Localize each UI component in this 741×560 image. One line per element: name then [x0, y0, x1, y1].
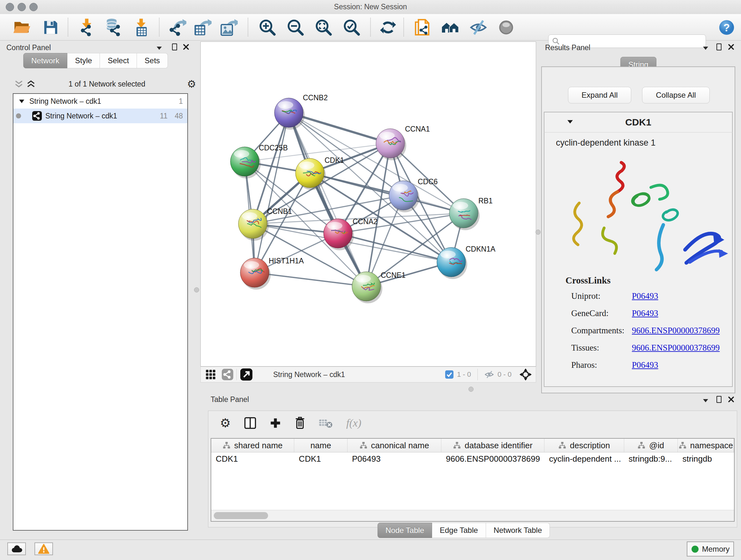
- network-canvas[interactable]: CCNB2CCNA1CDC25BCDK1CDC6RB1CCNB1CCNA2CDK…: [200, 42, 536, 367]
- results-panel-close-button[interactable]: [727, 43, 735, 51]
- column-header-name[interactable]: name: [294, 439, 347, 452]
- hidden-node-edge-count: 0 - 0: [497, 370, 512, 379]
- column-header-shared-name[interactable]: shared name: [211, 439, 294, 452]
- export-table-button[interactable]: [193, 18, 212, 37]
- edge-HIST1H1A-CCNE1[interactable]: [255, 273, 366, 287]
- results-panel-menu-button[interactable]: [701, 44, 710, 52]
- crosslink-value-link[interactable]: 9606.ENSP00000378699: [632, 326, 720, 335]
- first-neighbors-button[interactable]: [441, 18, 460, 37]
- network-node-ccna1[interactable]: [376, 129, 406, 160]
- tab-sets[interactable]: Sets: [137, 53, 168, 68]
- network-collection-row[interactable]: String Network – cdk1 1: [13, 94, 187, 109]
- cloud-sync-button[interactable]: [7, 543, 26, 555]
- table-cell[interactable]: P06493: [347, 452, 441, 465]
- selected-checkbox-icon[interactable]: [445, 370, 454, 379]
- table-cell[interactable]: cyclin-dependent ...: [544, 452, 624, 465]
- results-panel-float-button[interactable]: [715, 43, 723, 51]
- collapse-all-icon[interactable]: [14, 80, 23, 89]
- tab-edge-table[interactable]: Edge Table: [432, 523, 486, 538]
- zoom-in-button[interactable]: [258, 18, 277, 37]
- crosslink-label: Compartments:: [571, 326, 632, 335]
- table-header-row: shared namenamecanonical namedatabase id…: [211, 439, 734, 452]
- collapse-all-button[interactable]: Collapse All: [642, 87, 710, 104]
- import-table-file-button[interactable]: [132, 18, 151, 37]
- column-header-description[interactable]: description: [544, 439, 624, 452]
- network-node-ccnb2[interactable]: [274, 98, 305, 130]
- tab-node-table[interactable]: Node Table: [378, 523, 432, 538]
- tab-style[interactable]: Style: [67, 53, 100, 68]
- table-cell[interactable]: stringdb:9...: [624, 452, 678, 465]
- table-panel-menu-button[interactable]: [701, 396, 710, 405]
- cloud-icon: [10, 545, 23, 553]
- left-splitter-grip[interactable]: [194, 287, 199, 293]
- string-file-import-button[interactable]: [414, 18, 432, 37]
- expand-all-button[interactable]: Expand All: [568, 87, 631, 104]
- refresh-view-button[interactable]: [379, 18, 397, 37]
- right-splitter-grip[interactable]: [536, 230, 541, 235]
- open-view-window-icon[interactable]: [240, 368, 253, 381]
- zoom-selected-icon: [343, 18, 360, 37]
- tab-network[interactable]: Network: [23, 53, 67, 68]
- network-view-icon[interactable]: [222, 369, 233, 380]
- export-network-button[interactable]: [168, 18, 186, 37]
- save-session-button[interactable]: [42, 18, 60, 37]
- table-cell[interactable]: CDK1: [294, 452, 347, 465]
- table-settings-gear-icon[interactable]: ⚙: [220, 416, 231, 430]
- control-panel-menu-button[interactable]: [155, 44, 163, 52]
- edge-CCNB2-HIST1H1A[interactable]: [255, 113, 289, 273]
- network-node-ccna2[interactable]: [324, 219, 354, 250]
- scrollbar-thumb[interactable]: [214, 512, 268, 519]
- network-node-ccne1[interactable]: [352, 272, 382, 303]
- cdk1-section-header[interactable]: CDK1: [544, 112, 733, 132]
- network-node-cdk1[interactable]: [295, 159, 326, 190]
- import-network-file-button[interactable]: [77, 18, 96, 37]
- hide-selected-button[interactable]: [469, 18, 488, 37]
- column-header-database-identifier[interactable]: database identifier: [441, 439, 544, 452]
- bottom-splitter-grip[interactable]: [468, 387, 474, 392]
- column-header-namespace[interactable]: namespace: [678, 439, 734, 452]
- crosslink-value-link[interactable]: P06493: [632, 308, 658, 318]
- table-row[interactable]: CDK1CDK1P064939606.ENSP00000378699cyclin…: [211, 452, 734, 465]
- table-cell[interactable]: CDK1: [211, 452, 294, 465]
- show-all-button[interactable]: [497, 18, 515, 37]
- crosslink-value-link[interactable]: P06493: [632, 360, 658, 370]
- network-row-selected[interactable]: String Network – cdk1 11 48: [13, 109, 187, 123]
- network-node-cdkn1a[interactable]: [437, 247, 467, 279]
- zoom-selected-button[interactable]: [342, 18, 361, 37]
- table-cell[interactable]: stringdb: [678, 452, 734, 465]
- memory-status-button[interactable]: Memory: [687, 542, 734, 557]
- crosslink-value-link[interactable]: 9606.ENSP00000378699: [632, 343, 720, 353]
- table-panel-float-button[interactable]: [715, 395, 723, 403]
- export-image-button[interactable]: [219, 18, 238, 37]
- expand-all-icon[interactable]: [26, 80, 36, 89]
- network-node-rb1[interactable]: [449, 199, 480, 230]
- warnings-button[interactable]: [35, 543, 53, 555]
- crosslink-value-link[interactable]: P06493: [632, 291, 658, 301]
- grid-view-icon[interactable]: [205, 369, 216, 380]
- control-panel-float-button[interactable]: [171, 43, 179, 51]
- zoom-out-button[interactable]: [286, 18, 305, 37]
- horizontal-scrollbar[interactable]: [211, 510, 734, 521]
- table-panel-close-button[interactable]: [727, 395, 735, 403]
- add-column-icon[interactable]: [270, 417, 281, 429]
- control-panel-close-button[interactable]: [182, 43, 190, 51]
- tab-select[interactable]: Select: [100, 53, 137, 68]
- tree-expander-icon[interactable]: [19, 100, 24, 103]
- column-header-label: @id: [649, 441, 664, 450]
- help-button[interactable]: ?: [718, 18, 736, 37]
- open-session-button[interactable]: [13, 18, 31, 37]
- table-cell[interactable]: 9606.ENSP00000378699: [441, 452, 544, 465]
- column-header-@id[interactable]: @id: [624, 439, 678, 452]
- column-header-canonical-name[interactable]: canonical name: [347, 439, 441, 452]
- gear-icon[interactable]: ⚙: [187, 78, 196, 90]
- network-node-cdc25b[interactable]: [230, 147, 261, 179]
- import-network-database-button[interactable]: [104, 18, 122, 37]
- zoom-fit-button[interactable]: [314, 18, 333, 37]
- network-node-hist1h1a[interactable]: [240, 258, 271, 290]
- tab-network-table[interactable]: Network Table: [486, 523, 550, 538]
- column-selector-icon[interactable]: [244, 417, 256, 429]
- edge-CDK1-RB1[interactable]: [310, 173, 464, 213]
- fit-selected-crosshair-icon[interactable]: [519, 368, 532, 381]
- delete-column-trash-icon[interactable]: [294, 417, 306, 429]
- node-label-ccne1: CCNE1: [381, 271, 406, 279]
